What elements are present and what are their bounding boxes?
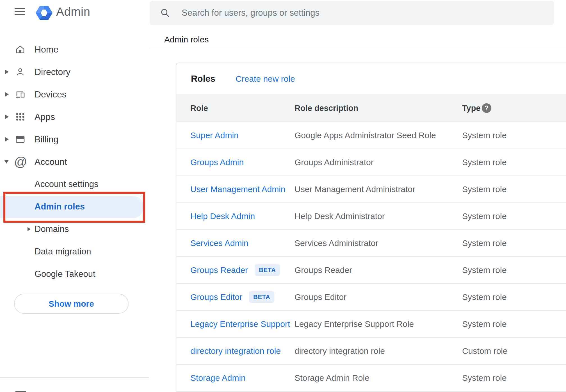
role-description: Legacy Enterprise Support Role (295, 319, 414, 329)
table-row: directory integration role directory int… (176, 338, 566, 365)
breadcrumb: Admin roles (164, 35, 209, 44)
role-link[interactable]: Help Desk Admin (190, 211, 255, 221)
credit-card-icon (15, 134, 25, 144)
table-row: Legacy Enterprise Support Legacy Enterpr… (176, 311, 566, 338)
role-link[interactable]: directory integration role (190, 346, 281, 356)
role-description: Google Apps Administrator Seed Role (295, 131, 436, 140)
role-link[interactable]: Storage Admin (190, 373, 246, 383)
role-link-with-badge[interactable]: Groups Reader BETA (190, 264, 280, 276)
role-type: System role (462, 158, 506, 167)
sidebar-item-account-settings[interactable]: Account settings (0, 173, 149, 195)
sidebar-subitem-label: Data migration (35, 247, 91, 257)
table-row: User Management Admin User Management Ad… (176, 176, 566, 203)
sidebar: Admin Home Directory (0, 0, 149, 392)
search-icon (160, 8, 170, 18)
sidebar-bottom-divider (0, 377, 149, 378)
beta-badge: BETA (249, 291, 274, 303)
role-type: System role (462, 373, 506, 383)
sidebar-item-label: Devices (35, 89, 67, 100)
sidebar-item-account[interactable]: @ Account (0, 151, 149, 173)
role-type: System role (462, 238, 506, 248)
table-row: Storage Admin Storage Admin Role System … (176, 365, 566, 392)
product-name: Admin (56, 5, 90, 19)
admin-logo-icon (36, 5, 53, 20)
roles-card: Roles Create new role Role Role descript… (176, 63, 566, 392)
expand-arrow-icon[interactable] (28, 227, 31, 231)
role-link[interactable]: Groups Reader (190, 265, 248, 275)
sidebar-item-label: Apps (35, 112, 55, 122)
search-placeholder: Search for users, groups or settings (182, 8, 319, 18)
role-link[interactable]: Groups Admin (190, 158, 244, 167)
role-link-with-badge[interactable]: Groups Editor BETA (190, 291, 274, 303)
search-input[interactable]: Search for users, groups or settings (150, 1, 554, 25)
role-description: User Management Administrator (295, 184, 415, 194)
role-description: Groups Editor (295, 292, 346, 302)
role-link[interactable]: Super Admin (190, 131, 239, 140)
table-row: Groups Editor BETA Groups Editor System … (176, 284, 566, 311)
column-header-role: Role (190, 103, 208, 113)
table-row: Groups Admin Groups Administrator System… (176, 149, 566, 176)
table-row: Services Admin Services Administrator Sy… (176, 230, 566, 257)
sidebar-item-domains[interactable]: Domains (0, 218, 149, 240)
role-description: Help Desk Administrator (295, 211, 385, 221)
sidebar-item-devices[interactable]: Devices (0, 83, 149, 106)
create-new-role-link[interactable]: Create new role (236, 63, 295, 94)
sidebar-item-directory[interactable]: Directory (0, 61, 149, 83)
beta-badge: BETA (255, 264, 280, 276)
role-description: directory integration role (295, 346, 385, 356)
role-link[interactable]: Services Admin (190, 238, 248, 248)
role-type: System role (462, 292, 506, 302)
sidebar-item-billing[interactable]: Billing (0, 128, 149, 151)
expand-arrow-icon[interactable] (5, 137, 9, 142)
content-divider (149, 48, 566, 48)
sidebar-item-label: Account (35, 157, 67, 167)
role-type: System role (462, 319, 506, 329)
card-title: Roles (191, 63, 215, 94)
role-link[interactable]: Legacy Enterprise Support (190, 319, 290, 329)
show-more-button[interactable]: Show more (14, 294, 129, 314)
role-type: System role (462, 184, 506, 194)
role-description: Groups Administrator (295, 158, 374, 167)
role-type: Custom role (462, 346, 508, 356)
sidebar-subitem-label: Google Takeout (35, 269, 95, 279)
expand-arrow-icon[interactable] (5, 92, 9, 97)
sidebar-item-google-takeout[interactable]: Google Takeout (0, 263, 149, 285)
table-row: Groups Reader BETA Groups Reader System … (176, 257, 566, 284)
home-icon (15, 44, 25, 54)
help-icon[interactable]: ? (482, 103, 491, 113)
sidebar-item-apps[interactable]: Apps (0, 106, 149, 128)
sidebar-subitem-label: Domains (35, 224, 69, 234)
sidebar-nav: Home Directory Devices (0, 38, 149, 285)
table-row: Super Admin Google Apps Administrator Se… (176, 122, 566, 149)
menu-hamburger-icon[interactable] (15, 8, 25, 15)
apps-grid-icon (15, 112, 25, 122)
table-row: Help Desk Admin Help Desk Administrator … (176, 203, 566, 230)
devices-icon (15, 89, 25, 99)
sidebar-item-home[interactable]: Home (0, 38, 149, 61)
role-type: System role (462, 265, 506, 275)
role-type: System role (462, 131, 506, 140)
sidebar-subitem-label-selected: Admin roles (35, 202, 85, 212)
role-description: Services Administrator (295, 238, 378, 248)
at-icon: @ (14, 155, 27, 168)
sidebar-item-label: Home (35, 44, 58, 55)
sidebar-subitem-label: Account settings (35, 179, 98, 189)
role-link[interactable]: User Management Admin (190, 184, 286, 194)
column-header-description: Role description (295, 103, 358, 113)
sidebar-item-label: Billing (35, 134, 58, 145)
expand-arrow-icon[interactable] (5, 115, 9, 119)
sidebar-item-data-migration[interactable]: Data migration (0, 240, 149, 263)
role-description: Storage Admin Role (295, 373, 369, 383)
cutoff-sidebar-icon (15, 391, 26, 392)
collapse-arrow-icon[interactable] (4, 160, 9, 164)
expand-arrow-icon[interactable] (5, 70, 9, 74)
role-type: System role (462, 211, 506, 221)
roles-table: Super Admin Google Apps Administrator Se… (176, 122, 566, 392)
role-link[interactable]: Groups Editor (190, 292, 242, 302)
role-description: Groups Reader (295, 265, 352, 275)
sidebar-item-label: Directory (35, 67, 70, 77)
table-header: Role Role description Type ? (176, 94, 566, 122)
person-icon (15, 67, 25, 77)
column-header-type: Type (462, 103, 481, 113)
